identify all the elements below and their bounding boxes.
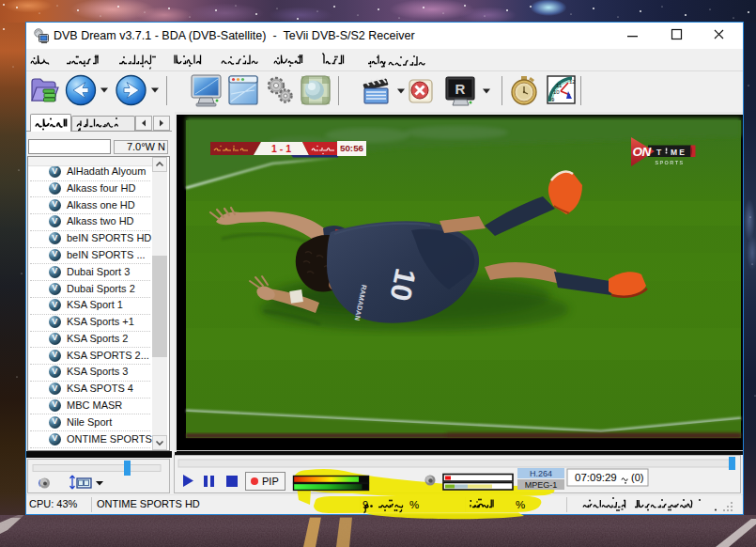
- svg-text:10: 10: [383, 265, 422, 304]
- svg-text:%: %: [409, 499, 419, 510]
- svg-text:9: 9: [363, 499, 368, 510]
- svg-text:PIP: PIP: [262, 476, 279, 487]
- svg-text:(0): (0): [631, 472, 643, 483]
- svg-text:ON: ON: [632, 145, 651, 159]
- svg-text:%: %: [516, 499, 525, 510]
- svg-text:11: 11: [556, 83, 563, 88]
- svg-text:T: T: [656, 148, 663, 157]
- svg-text:10: 10: [553, 89, 560, 95]
- svg-text:50:56: 50:56: [340, 143, 364, 153]
- svg-text:1 - 1: 1 - 1: [271, 143, 291, 154]
- svg-text:07:09:29: 07:09:29: [575, 472, 617, 483]
- svg-text:H.264: H.264: [530, 469, 552, 478]
- svg-text:12: 12: [569, 79, 576, 85]
- svg-text:SPORTS: SPORTS: [655, 160, 684, 165]
- svg-text:R: R: [455, 81, 466, 97]
- svg-text:ME: ME: [671, 148, 687, 157]
- svg-text:MPEG-1: MPEG-1: [525, 480, 558, 490]
